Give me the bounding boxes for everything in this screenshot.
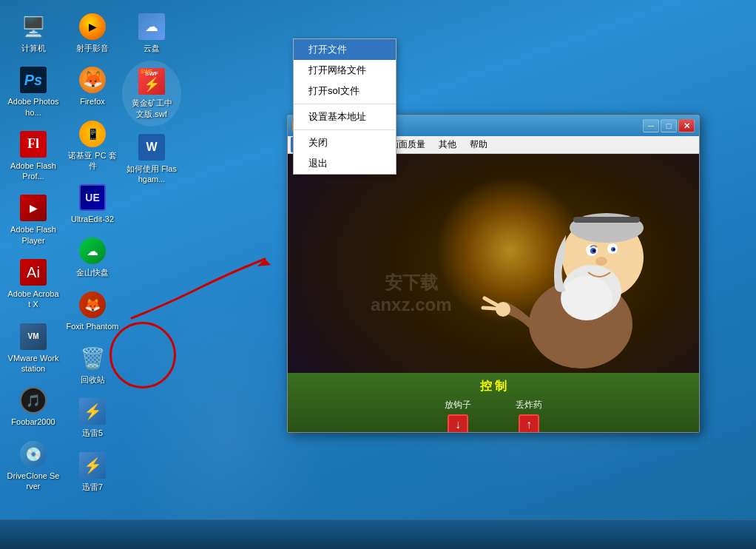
desktop-icon-flashpro[interactable]: Fl Adobe Flash Prof... [4, 125, 63, 188]
icon-label-firefox: Firefox [80, 96, 105, 107]
menu-item-help[interactable]: 帮助 [464, 137, 493, 152]
wizard-area [477, 161, 684, 383]
icon-label-vmware: VMware Workstation [7, 353, 60, 374]
svg-point-9 [613, 249, 615, 251]
xunlei7-icon: ⚡ [79, 452, 106, 479]
desktop-icon-yunpan[interactable]: ☁ 云盘 [122, 7, 181, 59]
hook-button[interactable]: ↓ [448, 414, 468, 432]
desktop-icon-norton[interactable]: 📱 诺基亚 PC 套 件 [63, 115, 122, 178]
hook-label: 放钩子 [445, 399, 471, 411]
icon-label-foxit: Foxit Phantom [67, 321, 119, 331]
svg-point-10 [595, 257, 607, 266]
bomb-button[interactable]: ↑ [519, 414, 539, 432]
desktop-icon-photoshop[interactable]: Ps Adobe Photosho... [4, 61, 63, 124]
vmware-icon: VM [20, 323, 47, 350]
menu-item-other[interactable]: 其他 [433, 137, 462, 152]
desktop-icon-computer[interactable]: 🖥️ 计算机 [4, 7, 63, 59]
dropdown-close[interactable]: 关闭 [294, 132, 396, 153]
icon-label-ultraedit: UltraEdit-32 [71, 214, 114, 224]
shootervideo-icon: ▶ [79, 13, 106, 40]
cloud-icon: ☁ [138, 13, 165, 40]
icon-label-photoshop: Adobe Photosho... [7, 96, 60, 118]
foobar-icon: 🎵 [20, 387, 47, 414]
icon-label-shootervideo: 射手影音 [76, 43, 109, 53]
maximize-button[interactable]: □ [661, 119, 677, 132]
swf-icon: SWF ⚡ [138, 68, 165, 95]
dropdown-sep-2 [294, 129, 396, 130]
icon-label-foobar: Foobar2000 [11, 417, 55, 427]
desktop-icon-flashgame[interactable]: W 如何使用 Flashgam... [122, 128, 181, 191]
dropdown-open-sol[interactable]: 打开sol文件 [294, 81, 396, 101]
dropdown-exit[interactable]: 退出 [294, 153, 396, 174]
recycle-icon: 🗑️ [79, 345, 106, 371]
controls-row: 放钩子 ↓ 丢炸药 ↑ [445, 399, 542, 432]
control-hook: 放钩子 ↓ [445, 399, 471, 432]
firefox-icon: 🦊 [79, 67, 106, 93]
desktop-icon-foxit[interactable]: 🦊 Foxit Phantom [63, 286, 122, 337]
flash-fl-icon: Fl [20, 131, 47, 158]
icon-label-yunpan: 云盘 [144, 43, 160, 53]
desktop-icon-flashplayer[interactable]: ▶ Adobe Flash Player [4, 189, 63, 252]
jinshan-icon: ☁ [79, 238, 106, 264]
desktop-icon-xunlei5[interactable]: ⚡ 迅雷5 [63, 392, 122, 444]
desktop-icon-xunlei7[interactable]: ⚡ 迅雷7 [63, 446, 122, 498]
desktop-icon-ultraedit[interactable]: UE UltraEdit-32 [63, 178, 122, 230]
desktop-icon-shootervideo[interactable]: ▶ 射手影音 [63, 7, 122, 59]
desktop-icon-foobar[interactable]: 🎵 Foobar2000 [4, 381, 63, 433]
icon-label-swf: 黄金矿工中 文版.swf [129, 98, 174, 119]
icon-label-xunlei7: 迅雷7 [82, 482, 103, 492]
dropdown-open-network[interactable]: 打开网络文件 [294, 60, 396, 81]
title-controls: ─ □ ✕ [643, 119, 695, 132]
icon-label-computer: 计算机 [21, 43, 46, 53]
acrobat-icon: Ai [20, 259, 47, 286]
flashplayer-icon: ▶ [20, 195, 47, 221]
icon-label-recycle: 回收站 [81, 374, 105, 385]
minimize-button[interactable]: ─ [643, 119, 659, 132]
app-content: 安下载 anxz.com 控 制 放钩子 ↓ 丢炸药 ↑ [288, 154, 699, 432]
dropdown-set-base[interactable]: 设置基本地址 [294, 107, 396, 127]
game-scene: 安下载 anxz.com 控 制 放钩子 ↓ 丢炸药 ↑ [288, 154, 699, 432]
control-bomb: 丢炸药 ↑ [516, 399, 542, 432]
dropdown-open-file[interactable]: 打开文件 [294, 39, 396, 60]
game-controls: 控 制 放钩子 ↓ 丢炸药 ↑ [288, 373, 699, 432]
icon-label-flashplayer: Adobe Flash Player [7, 224, 60, 246]
controls-title: 控 制 [480, 379, 507, 394]
desktop-icon-recycle[interactable]: 🗑️ 回收站 [63, 339, 122, 391]
norton-icon: 📱 [79, 121, 106, 147]
xunlei5-icon: ⚡ [79, 398, 106, 425]
desktop-icon-driveclone[interactable]: 💿 DriveClone Server [4, 435, 63, 498]
icon-label-driveclone: DriveClone Server [7, 471, 60, 492]
ue-icon: UE [79, 184, 106, 211]
icon-label-jinshan: 金山快盘 [76, 267, 109, 277]
computer-icon: 🖥️ [20, 13, 47, 40]
bomb-label: 丢炸药 [516, 399, 542, 411]
desktop-icon-firefox[interactable]: 🦊 Firefox [63, 61, 122, 112]
desktop-icons-area: 🖥️ 计算机 Ps Adobe Photosho... Fl Adobe Fla… [0, 0, 178, 519]
desktop-icon-jinshan[interactable]: ☁ 金山快盘 [63, 232, 122, 283]
desktop-icon-acrobat[interactable]: Ai Adobe Acrobat X [4, 253, 63, 316]
close-button[interactable]: ✕ [678, 119, 695, 132]
svg-rect-13 [573, 217, 640, 223]
icon-label-acrobat: Adobe Acrobat X [7, 289, 60, 310]
desktop-icon-vmware[interactable]: VM VMware Workstation [4, 317, 63, 380]
svg-point-3 [561, 276, 612, 320]
svg-point-8 [593, 249, 595, 252]
icon-label-flashgame: 如何使用 Flashgam... [125, 164, 178, 185]
dropdown-sep-1 [294, 104, 396, 104]
icon-label-flashpro: Adobe Flash Prof... [7, 161, 60, 182]
icon-label-xunlei5: 迅雷5 [82, 428, 103, 438]
desktop-icon-swf[interactable]: SWF ⚡ 黄金矿工中 文版.swf [122, 61, 181, 127]
wizard-svg [477, 161, 684, 383]
taskbar [0, 519, 756, 549]
watermark: 安下载 anxz.com [371, 271, 451, 315]
driveclone-icon: 💿 [20, 441, 47, 468]
foxit-icon: 🦊 [79, 292, 106, 318]
ps-icon: Ps [20, 67, 47, 93]
icon-label-norton: 诺基亚 PC 套 件 [66, 150, 119, 172]
dropdown-menu: 打开文件 打开网络文件 打开sol文件 设置基本地址 关闭 退出 [293, 38, 396, 175]
word-icon: W [138, 134, 165, 161]
